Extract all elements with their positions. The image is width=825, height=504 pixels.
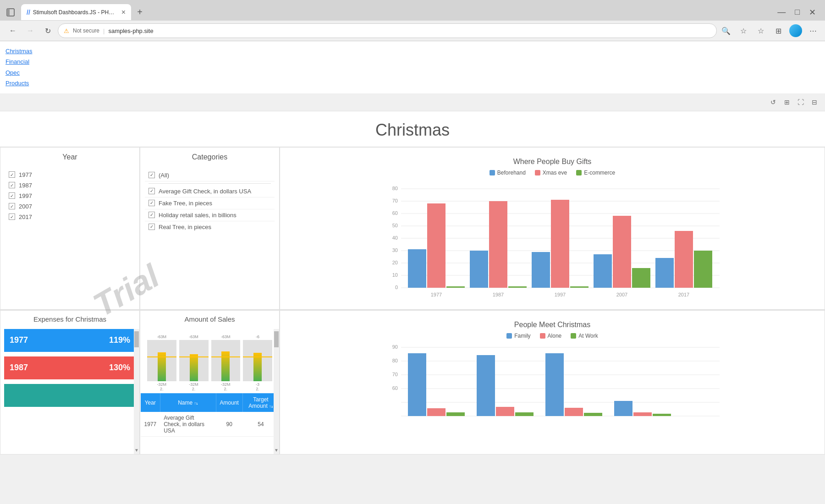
sales-scroll-down[interactable]: ▼ bbox=[274, 447, 279, 454]
expense-year-1977: 1977 bbox=[10, 335, 28, 345]
category-item-holiday-retail[interactable]: Holiday retail sales, in billions bbox=[145, 209, 275, 221]
expenses-scrollbar-thumb[interactable] bbox=[134, 331, 139, 347]
nav-bar: ← → ↻ ⚠ Not secure | samples-php.site 🔍 … bbox=[0, 21, 825, 41]
legend-beforehand-dot bbox=[490, 170, 495, 175]
year-checkbox-1987[interactable] bbox=[9, 182, 15, 188]
th-amount: Amount bbox=[216, 393, 242, 412]
category-item-all[interactable]: (All) bbox=[145, 170, 275, 181]
legend-ecommerce-dot bbox=[576, 170, 582, 175]
close-window-button[interactable]: ✕ bbox=[809, 7, 816, 17]
table-header-row: Year Name ↑₁ Amount Target Amount ↑₂ bbox=[141, 393, 279, 412]
year-item-2017[interactable]: 2017 bbox=[5, 212, 135, 222]
address-bar[interactable]: ⚠ Not secure | samples-php.site bbox=[58, 23, 717, 38]
svg-rect-51 bbox=[427, 408, 446, 416]
year-item-1977[interactable]: 1977 bbox=[5, 170, 135, 180]
svg-rect-54 bbox=[496, 407, 514, 416]
dashboard-grid: Year 1977 1987 1997 bbox=[0, 147, 825, 310]
svg-rect-22 bbox=[446, 286, 465, 288]
th-name-sort-icon: ↑₁ bbox=[194, 400, 198, 405]
forward-button[interactable]: → bbox=[23, 23, 38, 38]
year-checkbox-1977[interactable] bbox=[9, 171, 15, 178]
bullet-chart-3: -63M -32M 2. bbox=[211, 334, 241, 391]
expense-pct-1987: 130% bbox=[109, 363, 130, 373]
sidebar-link-christmas[interactable]: Christmas bbox=[6, 46, 820, 56]
expenses-scroll-down[interactable]: ▼ bbox=[134, 447, 139, 454]
year-item-1997[interactable]: 1997 bbox=[5, 191, 135, 201]
year-label-1997: 1997 bbox=[19, 192, 32, 199]
category-checkbox-real-tree[interactable] bbox=[148, 224, 155, 230]
bullet-target-3 bbox=[211, 356, 241, 357]
svg-text:50: 50 bbox=[392, 223, 398, 228]
year-item-2007[interactable]: 2007 bbox=[5, 201, 135, 212]
expenses-panel: Expenses for Christmas 1977 119% 1987 13… bbox=[0, 310, 140, 455]
svg-text:1997: 1997 bbox=[555, 292, 566, 297]
category-item-fake-tree[interactable]: Fake Tree, in pieces bbox=[145, 197, 275, 209]
sales-panel: Amount of Sales -63M -32M 2. bbox=[140, 310, 280, 455]
bullet-inner-2 bbox=[190, 354, 198, 381]
year-checkbox-2017[interactable] bbox=[9, 214, 15, 220]
sales-scrollbar-thumb[interactable] bbox=[274, 331, 279, 347]
category-checkbox-all[interactable] bbox=[148, 172, 155, 178]
year-checkbox-1997[interactable] bbox=[9, 192, 15, 199]
window-controls: — □ ✕ bbox=[777, 7, 821, 17]
sidebar-link-financial[interactable]: Financial bbox=[6, 56, 820, 67]
nav-tools: 🔍 ☆ ☆ ⊞ ⋯ bbox=[720, 24, 820, 37]
category-item-real-tree[interactable]: Real Tree, in pieces bbox=[145, 221, 275, 233]
bullet-target-1 bbox=[147, 356, 176, 357]
category-label-real-tree: Real Tree, in pieces bbox=[159, 224, 211, 230]
category-item-gift-check[interactable]: Average Gift Check, in dollars USA bbox=[145, 186, 275, 197]
legend-atwork-label: At Work bbox=[578, 333, 598, 339]
svg-text:10: 10 bbox=[392, 272, 398, 278]
year-panel: Year 1977 1987 1997 bbox=[0, 147, 140, 310]
expenses-scrollbar[interactable]: ▼ bbox=[134, 329, 139, 454]
security-warning-icon: ⚠ bbox=[64, 27, 69, 34]
legend-alone-label: Alone bbox=[548, 333, 562, 339]
people-meet-title: People Meet Christmas bbox=[289, 315, 815, 333]
th-name-label: Name bbox=[178, 400, 192, 406]
category-checkbox-fake-tree[interactable] bbox=[148, 200, 155, 206]
search-button[interactable]: 🔍 bbox=[720, 24, 732, 37]
settings-button[interactable]: ⋯ bbox=[807, 24, 820, 37]
year-checkbox-2007[interactable] bbox=[9, 203, 15, 209]
svg-rect-25 bbox=[489, 201, 507, 288]
back-button[interactable]: ← bbox=[6, 23, 20, 38]
legend-beforehand: Beforehand bbox=[490, 170, 526, 176]
th-name[interactable]: Name ↑₁ bbox=[160, 393, 216, 412]
favorites-button[interactable]: ☆ bbox=[737, 24, 750, 37]
sidebar-toggle-button[interactable] bbox=[4, 5, 17, 19]
tab-close-button[interactable]: × bbox=[121, 9, 126, 16]
category-checkbox-gift-check[interactable] bbox=[148, 188, 155, 194]
expense-year-1987: 1987 bbox=[10, 363, 28, 373]
toolbar-fullscreen-icon[interactable]: ⛶ bbox=[796, 97, 806, 107]
people-meet-panel: People Meet Christmas Family Alone At bbox=[280, 310, 825, 455]
toolbar-close-icon[interactable]: ⊟ bbox=[809, 97, 820, 107]
sales-scrollbar[interactable]: ▼ bbox=[274, 329, 279, 454]
refresh-button[interactable]: ↻ bbox=[40, 23, 55, 38]
svg-text:80: 80 bbox=[392, 186, 398, 191]
sidebar-link-opec[interactable]: Opec bbox=[6, 67, 820, 78]
browser-collections-button[interactable]: ⊞ bbox=[772, 24, 785, 37]
toolbar-grid-icon[interactable]: ⊞ bbox=[782, 97, 792, 107]
legend-ecommerce-label: E-commerce bbox=[584, 170, 615, 176]
svg-rect-55 bbox=[515, 412, 534, 416]
svg-rect-53 bbox=[477, 355, 495, 416]
category-label-holiday-retail: Holiday retail sales, in billions bbox=[159, 212, 236, 219]
minimize-button[interactable]: — bbox=[777, 7, 786, 17]
bullet-inner-3 bbox=[221, 351, 230, 381]
svg-text:1987: 1987 bbox=[493, 292, 504, 297]
active-tab[interactable]: // Stimulsoft Dashboards.JS - PHP D × bbox=[21, 4, 131, 20]
user-avatar[interactable] bbox=[789, 24, 802, 37]
toolbar-refresh-icon[interactable]: ↺ bbox=[768, 97, 778, 107]
address-url[interactable]: samples-php.site bbox=[108, 27, 153, 34]
svg-rect-1 bbox=[7, 9, 10, 16]
collections-button[interactable]: ☆ bbox=[754, 24, 767, 37]
category-checkbox-holiday-retail[interactable] bbox=[148, 212, 155, 218]
restore-button[interactable]: □ bbox=[795, 7, 800, 17]
year-item-1987[interactable]: 1987 bbox=[5, 180, 135, 191]
sidebar-link-products[interactable]: Products bbox=[6, 78, 820, 88]
bullet-target-4 bbox=[243, 356, 272, 357]
new-tab-button[interactable]: + bbox=[133, 5, 147, 19]
svg-rect-20 bbox=[408, 249, 426, 288]
svg-rect-21 bbox=[427, 203, 446, 288]
svg-rect-38 bbox=[694, 251, 712, 288]
